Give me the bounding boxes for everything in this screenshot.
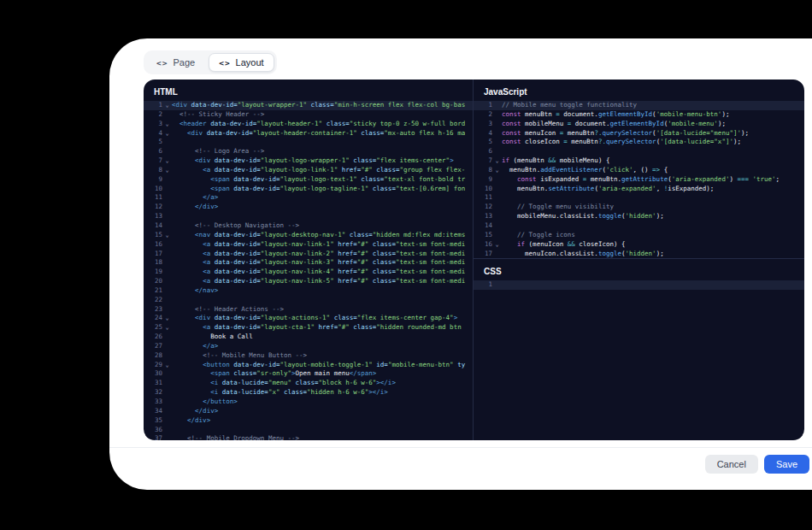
- tab-page-label: Page: [173, 57, 195, 68]
- code-text: </a>: [172, 193, 473, 203]
- code-text: Book a Call: [172, 333, 473, 342]
- cancel-button[interactable]: Cancel: [705, 455, 758, 474]
- line-number: 30: [144, 369, 162, 379]
- code-text: const isExpanded = menuBtn.getAttribute(…: [502, 175, 804, 185]
- tab-page[interactable]: <> Page: [146, 53, 205, 72]
- code-text: <span data-dev-id="layout-logo-text-1" c…: [172, 175, 473, 185]
- code-line: 23 <!-- Header Actions -->: [144, 305, 473, 315]
- code-text: <!-- Mobile Menu Button -->: [172, 351, 473, 361]
- code-text: </button>: [172, 398, 473, 407]
- line-number: 12: [474, 203, 492, 212]
- code-text: <a data-dev-id="layout-nav-link-5" href=…: [172, 277, 473, 286]
- code-line: 12 </div>: [144, 203, 473, 212]
- code-text: [502, 193, 804, 203]
- fold-spacer: [162, 286, 172, 296]
- code-line: 7⌄ <div data-dev-id="layout-logo-wrapper…: [144, 156, 473, 166]
- fold-chevron-icon[interactable]: ⌄: [162, 120, 172, 129]
- fold-spacer: [492, 138, 502, 147]
- fold-spacer: [162, 398, 172, 407]
- code-line: 17 menuIcon.classList.toggle('hidden');: [474, 250, 804, 259]
- fold-chevron-icon[interactable]: ⌄: [162, 156, 172, 166]
- code-icon: <>: [156, 58, 168, 68]
- code-line: 26 Book a Call: [144, 333, 473, 342]
- fold-chevron-icon[interactable]: ⌄: [492, 166, 502, 175]
- javascript-code-area[interactable]: 1// Mobile menu toggle functionality2con…: [474, 101, 804, 258]
- code-text: <button data-dev-id="layout-mobile-toggl…: [172, 361, 473, 370]
- code-text: <a data-dev-id="layout-nav-link-1" href=…: [172, 240, 473, 250]
- code-line: 36: [144, 426, 473, 435]
- line-number: 4: [144, 129, 162, 138]
- line-number: 1: [474, 101, 492, 110]
- line-number: 33: [144, 398, 162, 407]
- line-number: 17: [474, 250, 492, 259]
- line-number: 19: [144, 268, 162, 277]
- fold-spacer: [492, 147, 502, 156]
- line-number: 17: [144, 250, 162, 259]
- code-line: 7⌄if (menuBtn && mobileMenu) {: [474, 156, 804, 166]
- code-line: 15 // Toggle icons: [474, 231, 804, 240]
- code-text: </div>: [172, 203, 473, 212]
- fold-spacer: [492, 120, 502, 129]
- code-line: 32 <i data-lucide="x" class="hidden h-6 …: [144, 388, 473, 398]
- code-line: 17 <a data-dev-id="layout-nav-link-2" hr…: [144, 250, 473, 259]
- fold-chevron-icon[interactable]: ⌄: [162, 129, 172, 138]
- line-number: 7: [144, 156, 162, 166]
- fold-chevron-icon[interactable]: ⌄: [162, 361, 172, 370]
- code-line: 9 const isExpanded = menuBtn.getAttribut…: [474, 175, 804, 185]
- fold-chevron-icon[interactable]: ⌄: [162, 231, 172, 240]
- fold-spacer: [162, 221, 172, 231]
- fold-spacer: [162, 212, 172, 221]
- line-number: 31: [144, 379, 162, 388]
- fold-spacer: [162, 305, 172, 315]
- line-number: 4: [474, 129, 492, 138]
- right-panel-column: JavaScript 1// Mobile menu toggle functi…: [474, 80, 804, 440]
- fold-chevron-icon[interactable]: ⌄: [492, 240, 502, 250]
- code-line: 16⌄ if (menuIcon && closeIcon) {: [474, 240, 804, 250]
- line-number: 26: [144, 333, 162, 342]
- line-number: 6: [144, 147, 162, 156]
- line-number: 6: [474, 147, 492, 156]
- code-text: // Mobile menu toggle functionality: [502, 101, 804, 110]
- code-text: <nav data-dev-id="layout-desktop-nav-1" …: [172, 231, 473, 240]
- code-text: </div>: [172, 416, 473, 426]
- code-line: 35 </div>: [144, 416, 473, 426]
- line-number: 1: [144, 101, 162, 110]
- code-text: [502, 147, 804, 156]
- line-number: 5: [474, 138, 492, 147]
- code-text: <i data-lucide="menu" class="block h-6 w…: [172, 379, 473, 388]
- fold-chevron-icon[interactable]: ⌄: [492, 156, 502, 166]
- code-text: [502, 280, 804, 290]
- fold-chevron-icon[interactable]: ⌄: [162, 323, 172, 333]
- fold-spacer: [162, 240, 172, 250]
- line-number: 29: [144, 361, 162, 370]
- fold-spacer: [492, 101, 502, 110]
- line-number: 14: [144, 221, 162, 231]
- line-number: 9: [474, 175, 492, 185]
- line-number: 11: [474, 193, 492, 203]
- code-line: 2 <!-- Sticky Header -->: [144, 110, 473, 120]
- code-text: <div data-dev-id="layout-wrapper-1" clas…: [172, 101, 473, 110]
- code-text: <!-- Mobile Dropdown Menu -->: [172, 434, 473, 440]
- code-line: 4⌄ <div data-dev-id="layout-header-conta…: [144, 129, 473, 138]
- view-tabs: <> Page <> Layout: [144, 50, 277, 74]
- css-code-area[interactable]: 1: [474, 280, 804, 290]
- tab-layout[interactable]: <> Layout: [209, 53, 274, 72]
- fold-spacer: [492, 212, 502, 221]
- line-number: 22: [144, 296, 162, 305]
- fold-chevron-icon[interactable]: ⌄: [162, 101, 172, 110]
- fold-chevron-icon[interactable]: ⌄: [162, 166, 172, 175]
- code-line: 5: [144, 138, 473, 147]
- code-text: menuBtn.addEventListener('click', () => …: [502, 166, 804, 175]
- code-line: 12 // Toggle menu visibility: [474, 203, 804, 212]
- fold-spacer: [492, 250, 502, 259]
- code-text: <a data-dev-id="layout-nav-link-3" href=…: [172, 258, 473, 268]
- fold-spacer: [492, 129, 502, 138]
- html-code-area[interactable]: 1⌄<div data-dev-id="layout-wrapper-1" cl…: [144, 101, 473, 440]
- save-button[interactable]: Save: [764, 455, 809, 474]
- code-line: 6 <!-- Logo Area -->: [144, 147, 473, 156]
- fold-chevron-icon[interactable]: ⌄: [162, 314, 172, 323]
- fold-spacer: [162, 369, 172, 379]
- code-line: 13 mobileMenu.classList.toggle('hidden')…: [474, 212, 804, 221]
- code-line: 28 <!-- Mobile Menu Button -->: [144, 351, 473, 361]
- code-text: <!-- Logo Area -->: [172, 147, 473, 156]
